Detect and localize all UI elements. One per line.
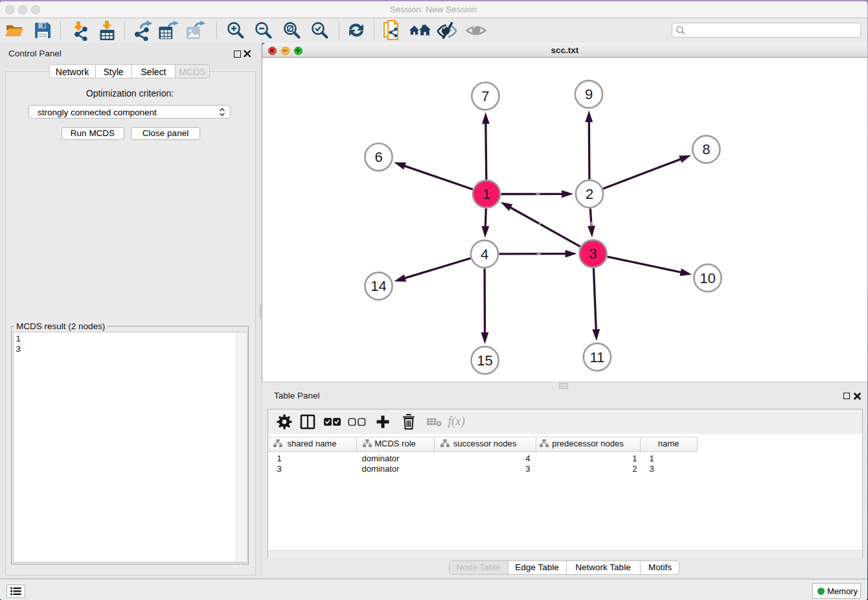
svg-text:7: 7 — [481, 88, 489, 104]
svg-text:3: 3 — [589, 246, 597, 262]
svg-text:8: 8 — [702, 141, 710, 157]
svg-text:2: 2 — [586, 186, 593, 202]
svg-text:4: 4 — [481, 246, 488, 262]
svg-text:15: 15 — [477, 352, 492, 369]
svg-text:10: 10 — [700, 270, 715, 286]
svg-text:11: 11 — [589, 349, 604, 365]
svg-text:1: 1 — [483, 186, 490, 202]
svg-text:9: 9 — [585, 86, 593, 102]
svg-text:6: 6 — [374, 149, 382, 165]
svg-text:14: 14 — [371, 278, 386, 294]
